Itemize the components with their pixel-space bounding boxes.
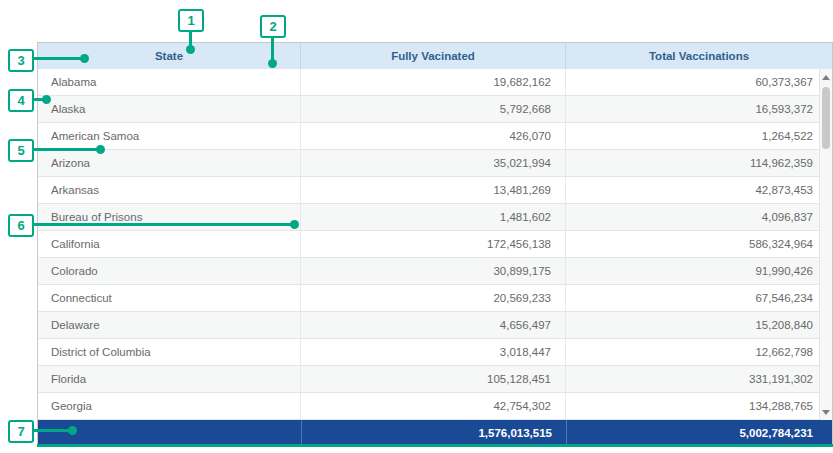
column-header-fully-vaccinated[interactable]: Fully Vacinated	[301, 43, 566, 69]
annotation-dot-7	[68, 426, 77, 435]
row-total-vaccinations-cell: 114,962,359	[566, 150, 832, 176]
annotation-callout-3: 3	[8, 49, 34, 72]
annotation-line-3	[34, 57, 83, 60]
row-state-cell: Alaska	[38, 96, 301, 122]
annotation-line-5	[34, 148, 99, 151]
row-fully-vaccinated-cell: 13,481,269	[301, 177, 566, 203]
row-state-cell: Georgia	[38, 393, 301, 419]
row-total-vaccinations-cell: 586,324,964	[566, 231, 832, 257]
row-fully-vaccinated-cell: 42,754,302	[301, 393, 566, 419]
table-row[interactable]: Georgia42,754,302134,288,765	[38, 393, 832, 420]
row-total-vaccinations-cell: 12,662,798	[566, 339, 832, 365]
column-header-total-vaccinations[interactable]: Total Vaccinations	[566, 43, 832, 69]
row-state-cell: Arkansas	[38, 177, 301, 203]
scroll-down-arrow-icon	[822, 410, 830, 415]
row-fully-vaccinated-cell: 4,656,497	[301, 312, 566, 338]
annotation-7-underline	[37, 444, 833, 447]
row-state-cell: Bureau of Prisons	[38, 204, 301, 230]
table-row[interactable]: Florida105,128,451331,191,302	[38, 366, 832, 393]
table-row[interactable]: Arkansas13,481,26942,873,453	[38, 177, 832, 204]
table-row[interactable]: Delaware4,656,49715,208,840	[38, 312, 832, 339]
annotated-table-screenshot: State Fully Vacinated Total Vaccinations…	[0, 0, 833, 453]
row-state-cell: American Samoa	[38, 123, 301, 149]
row-total-vaccinations-cell: 16,593,372	[566, 96, 832, 122]
annotation-callout-1: 1	[178, 9, 204, 32]
table-row[interactable]: Arizona35,021,994114,962,359	[38, 150, 832, 177]
table-row[interactable]: Bureau of Prisons1,481,6024,096,837	[38, 204, 832, 231]
annotation-dot-6	[290, 220, 299, 229]
row-total-vaccinations-cell: 331,191,302	[566, 366, 832, 392]
table-body: Alabama19,682,16260,373,367Alaska5,792,6…	[38, 69, 832, 420]
row-total-vaccinations-cell: 67,546,234	[566, 285, 832, 311]
annotation-callout-6: 6	[8, 214, 34, 237]
annotation-callout-5: 5	[8, 139, 34, 162]
table-widget: State Fully Vacinated Total Vaccinations…	[37, 42, 833, 446]
row-state-cell: Colorado	[38, 258, 301, 284]
table-row[interactable]: Colorado30,899,17591,990,426	[38, 258, 832, 285]
row-state-cell: Delaware	[38, 312, 301, 338]
annotation-dot-1	[186, 45, 195, 54]
row-state-cell: District of Columbia	[38, 339, 301, 365]
row-total-vaccinations-cell: 4,096,837	[566, 204, 832, 230]
scroll-up-arrow-icon	[822, 75, 830, 80]
row-fully-vaccinated-cell: 1,481,602	[301, 204, 566, 230]
scrollbar-up-button[interactable]	[820, 70, 832, 84]
row-state-cell: California	[38, 231, 301, 257]
table-row[interactable]: California172,456,138586,324,964	[38, 231, 832, 258]
annotation-dot-4	[42, 95, 51, 104]
row-total-vaccinations-cell: 15,208,840	[566, 312, 832, 338]
table-row[interactable]: District of Columbia3,018,44712,662,798	[38, 339, 832, 366]
total-fully-vaccinated-value: 1,576,013,515	[301, 420, 566, 445]
row-fully-vaccinated-cell: 105,128,451	[301, 366, 566, 392]
table-row[interactable]: Connecticut20,569,23367,546,234	[38, 285, 832, 312]
row-fully-vaccinated-cell: 5,792,668	[301, 96, 566, 122]
row-fully-vaccinated-cell: 426,070	[301, 123, 566, 149]
annotation-callout-4: 4	[8, 89, 34, 112]
row-total-vaccinations-cell: 134,288,765	[566, 393, 832, 419]
annotation-dot-2	[268, 59, 277, 68]
row-total-vaccinations-cell: 60,373,367	[566, 69, 832, 95]
annotation-dot-3	[80, 54, 89, 63]
annotation-callout-7: 7	[8, 420, 34, 443]
annotation-dot-5	[96, 145, 105, 154]
row-fully-vaccinated-cell: 35,021,994	[301, 150, 566, 176]
total-total-vaccinations-value: 5,002,784,231	[566, 420, 832, 445]
row-fully-vaccinated-cell: 30,899,175	[301, 258, 566, 284]
scrollbar-thumb[interactable]	[822, 87, 830, 149]
row-fully-vaccinated-cell: 19,682,162	[301, 69, 566, 95]
vertical-scrollbar[interactable]	[819, 69, 832, 420]
row-total-vaccinations-cell: 1,264,522	[566, 123, 832, 149]
table-row[interactable]: Alabama19,682,16260,373,367	[38, 69, 832, 96]
annotation-line-6	[34, 223, 293, 226]
row-state-cell: Arizona	[38, 150, 301, 176]
row-fully-vaccinated-cell: 3,018,447	[301, 339, 566, 365]
row-state-cell: Alabama	[38, 69, 301, 95]
row-total-vaccinations-cell: 42,873,453	[566, 177, 832, 203]
table-row[interactable]: Alaska5,792,66816,593,372	[38, 96, 832, 123]
table-row[interactable]: American Samoa426,0701,264,522	[38, 123, 832, 150]
table-total-row: 1,576,013,515 5,002,784,231	[38, 420, 832, 445]
total-row-state-cell	[38, 420, 301, 445]
annotation-line-7	[34, 429, 71, 432]
row-state-cell: Florida	[38, 366, 301, 392]
table-header-row: State Fully Vacinated Total Vaccinations	[38, 43, 832, 69]
row-state-cell: Connecticut	[38, 285, 301, 311]
row-fully-vaccinated-cell: 20,569,233	[301, 285, 566, 311]
row-total-vaccinations-cell: 91,990,426	[566, 258, 832, 284]
annotation-callout-2: 2	[260, 15, 286, 38]
row-fully-vaccinated-cell: 172,456,138	[301, 231, 566, 257]
column-header-state[interactable]: State	[38, 43, 301, 69]
scrollbar-down-button[interactable]	[820, 405, 832, 419]
